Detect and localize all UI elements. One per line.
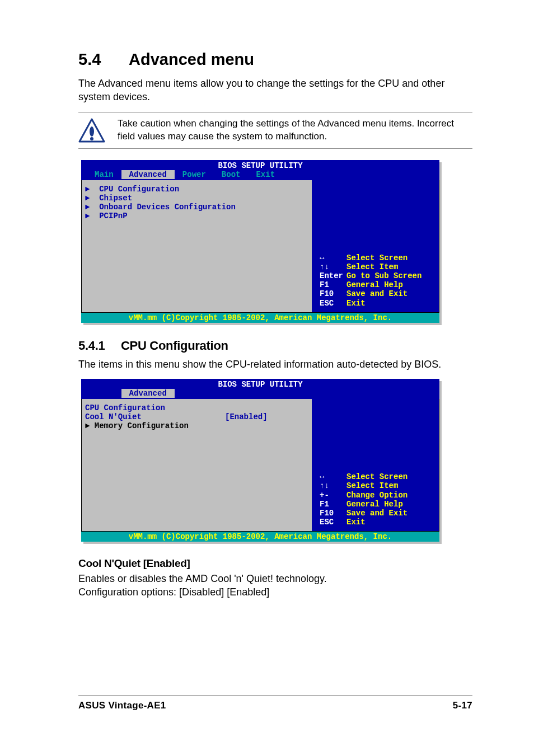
bios-tab-advanced: Advanced	[121, 389, 175, 398]
help-key: ↔	[320, 253, 346, 262]
setting-options: Configuration options: [Disabled] [Enabl…	[78, 585, 472, 599]
subsec-title: CPU Configuration	[121, 339, 228, 353]
bios-item: Onboard Devices Configuration	[99, 203, 236, 212]
bios-item-label: Memory Configuration	[95, 421, 189, 430]
setting-desc: Enables or disables the AMD Cool 'n' Qui…	[78, 572, 472, 585]
bios-tab-main: Main	[87, 170, 121, 179]
bios-title: BIOS SETUP UTILITY	[81, 160, 439, 170]
help-desc: Save and Exit	[346, 289, 407, 298]
bios-tabs: Main Advanced Power Boot Exit	[81, 170, 439, 180]
footer-page-number: 5-17	[453, 700, 472, 711]
caution-icon	[78, 117, 105, 144]
caution-note: Take caution when changing the settings …	[78, 112, 472, 149]
bios-help-pane: ↔Select Screen ↑↓Select Item EnterGo to …	[313, 180, 439, 312]
help-key: ESC	[320, 299, 346, 308]
bios-copyright: vMM.mm (C)Copyright 1985-2002, American …	[81, 532, 439, 542]
bios-item-value: [Enabled]	[225, 412, 268, 421]
bios-screenshot-cpu-config: BIOS SETUP UTILITY Main Advanced CPU Con…	[81, 379, 439, 542]
help-desc: Select Screen	[346, 472, 407, 481]
help-key: Enter	[320, 271, 346, 280]
caution-text: Take caution when changing the settings …	[118, 118, 472, 143]
section-title-text: Advanced menu	[129, 50, 254, 68]
help-desc: Exit	[346, 299, 366, 308]
section-heading: 5.4Advanced menu	[78, 50, 472, 69]
svg-point-1	[90, 126, 94, 137]
bios-tab-exit: Exit	[248, 170, 283, 179]
bios-tab-advanced: Advanced	[121, 170, 175, 179]
help-desc: General Help	[346, 280, 403, 289]
subsection-heading: 5.4.1CPU Configuration	[78, 339, 472, 353]
bios-menu-list: CPU Configuration Cool N'Quiet [Enabled]…	[82, 399, 313, 531]
bios-help-pane: ↔Select Screen ↑↓Select Item +-Change Op…	[313, 399, 439, 531]
subsec-paragraph: The items in this menu show the CPU-rela…	[78, 358, 472, 371]
help-desc: Change Option	[346, 491, 407, 500]
intro-paragraph: The Advanced menu items allow you to cha…	[78, 77, 472, 104]
help-key: ↑↓	[320, 481, 346, 490]
help-key: ESC	[320, 518, 346, 527]
help-key: +-	[320, 491, 346, 500]
help-key: F10	[320, 289, 346, 298]
bios-tab-power: Power	[175, 170, 214, 179]
footer-product: ASUS Vintage-AE1	[78, 700, 166, 711]
help-key: ↔	[320, 472, 346, 481]
subsec-number: 5.4.1	[78, 339, 121, 353]
bios-copyright: vMM.mm (C)Copyright 1985-2002, American …	[81, 313, 439, 323]
help-desc: Save and Exit	[346, 509, 407, 518]
bios-item-label: Cool N'Quiet	[85, 412, 225, 421]
section-number: 5.4	[78, 50, 129, 69]
bios-item: PCIPnP	[99, 212, 127, 220]
help-key: F10	[320, 509, 346, 518]
setting-heading: Cool N'Quiet [Enabled]	[78, 557, 472, 570]
help-desc: General Help	[346, 500, 403, 509]
page-footer: ASUS Vintage-AE1 5-17	[78, 695, 472, 711]
help-key: F1	[320, 500, 346, 509]
help-desc: Go to Sub Screen	[346, 271, 421, 280]
help-desc: Select Item	[346, 262, 398, 271]
bios-title: BIOS SETUP UTILITY	[81, 379, 439, 389]
bios-item: CPU Configuration	[99, 185, 179, 194]
bios-item: Chipset	[99, 194, 132, 203]
help-key: F1	[320, 280, 346, 289]
bios-screenshot-advanced: BIOS SETUP UTILITY Main Advanced Power B…	[81, 160, 439, 323]
bios-menu-list: ► CPU Configuration ► Chipset ► Onboard …	[82, 180, 313, 312]
help-key: ↑↓	[320, 262, 346, 271]
bios-tab-boot: Boot	[214, 170, 249, 179]
help-desc: Exit	[346, 518, 366, 527]
help-desc: Select Screen	[346, 253, 407, 262]
bios-header: CPU Configuration	[85, 403, 307, 412]
svg-point-2	[90, 137, 93, 140]
bios-tabs: Main Advanced	[81, 389, 439, 399]
help-desc: Select Item	[346, 481, 398, 490]
